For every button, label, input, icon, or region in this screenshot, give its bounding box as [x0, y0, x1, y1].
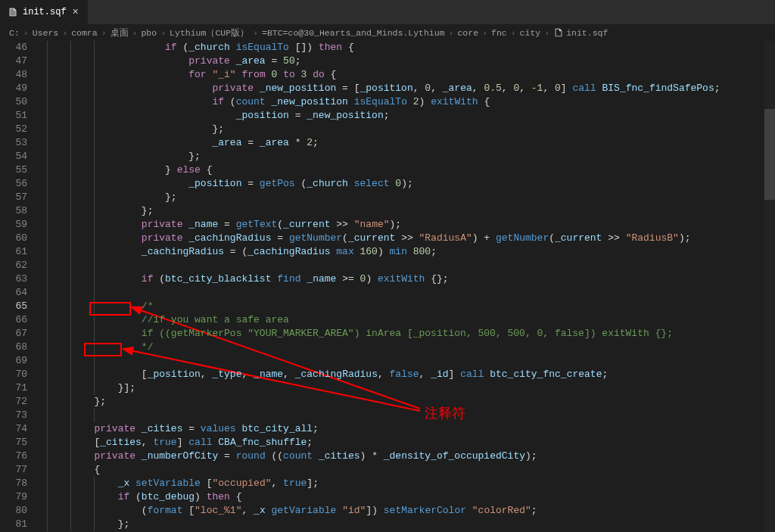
code-line[interactable]: 81 }; [0, 518, 753, 531]
line-content[interactable]: _position = getPos (_church select 0); [47, 177, 753, 191]
code-line[interactable]: 78 _x setVariable ["occupied", true]; [0, 477, 753, 490]
line-content[interactable] [47, 409, 753, 422]
line-content[interactable]: }; [47, 123, 753, 136]
line-content[interactable] [47, 354, 753, 368]
breadcrumb-segment[interactable]: Users [33, 28, 59, 38]
code-line[interactable]: 68 */ [0, 341, 753, 354]
line-content[interactable]: }; [47, 150, 753, 163]
code-line[interactable]: 69 [0, 354, 753, 368]
code-line[interactable]: 67 if ((getMarkerPos "YOUR_MARKER_AREA")… [0, 327, 753, 341]
code-line[interactable]: 65 /* [0, 300, 753, 313]
line-content[interactable]: private _area = 50; [47, 54, 753, 68]
line-content[interactable] [47, 286, 753, 300]
line-content[interactable]: private _numberOfCity = round ((count _c… [47, 450, 753, 463]
code-line[interactable]: 64 [0, 286, 753, 300]
code-line[interactable]: 72 }; [0, 395, 753, 409]
line-content[interactable]: _x setVariable ["occupied", true]; [47, 477, 753, 490]
code-line[interactable]: 50 if (count _new_position isEqualTo 2) … [0, 95, 753, 109]
line-content[interactable]: }]; [47, 381, 753, 395]
breadcrumb-segment[interactable]: city [520, 28, 541, 38]
line-content[interactable]: }; [47, 204, 753, 218]
breadcrumb-segment[interactable]: Lythium（CUP版） [170, 27, 249, 39]
line-content[interactable] [47, 259, 753, 272]
code-line[interactable]: 57 }; [0, 191, 753, 204]
line-content[interactable]: for "_i" from 0 to 3 do { [47, 68, 753, 82]
line-number: 59 [0, 218, 47, 232]
line-content[interactable]: _area = _area * 2; [47, 136, 753, 150]
code-line[interactable]: 80 (format ["loc_%1", _x getVariable "id… [0, 504, 753, 518]
line-content[interactable]: { [47, 463, 753, 477]
breadcrumb-segment[interactable]: 桌面 [110, 27, 129, 39]
line-content[interactable]: }; [47, 518, 753, 531]
scroll-thumb[interactable] [764, 109, 775, 200]
line-content[interactable]: private _cities = values btc_city_all; [47, 422, 753, 436]
code-line[interactable]: 79 if (btc_debug) then { [0, 490, 753, 504]
code-line[interactable]: 58 }; [0, 204, 753, 218]
breadcrumb[interactable]: C:›Users›comra›桌面›pbo›Lythium（CUP版）›=BTC… [0, 24, 775, 41]
breadcrumb-segment[interactable]: C: [9, 28, 20, 38]
line-content[interactable]: if (_church isEqualTo []) then { [47, 41, 753, 54]
code-line[interactable]: 49 private _new_position = [_position, 0… [0, 82, 753, 95]
line-content[interactable]: if (btc_debug) then { [47, 490, 753, 504]
tab-init-sqf[interactable]: init.sqf × [0, 0, 89, 24]
code-line[interactable]: 71 }]; [0, 381, 753, 395]
code-line[interactable]: 63 if (btc_city_blacklist find _name >= … [0, 272, 753, 286]
line-content[interactable]: //if you want a safe area [47, 313, 753, 327]
line-content[interactable]: } else { [47, 163, 753, 177]
code-line[interactable]: 75 [_cities, true] call CBA_fnc_shuffle; [0, 436, 753, 450]
chevron-right-icon: › [100, 28, 108, 38]
line-number: 64 [0, 286, 47, 300]
code-line[interactable]: 70 [_position, _type, _name, _cachingRad… [0, 368, 753, 381]
breadcrumb-file[interactable]: init.sqf [566, 28, 608, 38]
close-icon[interactable]: × [71, 6, 80, 18]
code-line[interactable]: 76 private _numberOfCity = round ((count… [0, 450, 753, 463]
line-number: 73 [0, 409, 47, 422]
code-line[interactable]: 53 _area = _area * 2; [0, 136, 753, 150]
code-line[interactable]: 61 _cachingRadius = (_cachingRadius max … [0, 245, 753, 259]
line-content[interactable]: if ((getMarkerPos "YOUR_MARKER_AREA") in… [47, 327, 753, 341]
code-line[interactable]: 48 for "_i" from 0 to 3 do { [0, 68, 753, 82]
line-content[interactable]: /* [47, 300, 753, 313]
line-number: 68 [0, 341, 47, 354]
code-line[interactable]: 59 private _name = getText(_current >> "… [0, 218, 753, 232]
line-content[interactable]: private _new_position = [_position, 0, _… [47, 82, 753, 95]
line-content[interactable]: [_cities, true] call CBA_fnc_shuffle; [47, 436, 753, 450]
minimap[interactable] [753, 41, 764, 532]
line-content[interactable]: _cachingRadius = (_cachingRadius max 160… [47, 245, 753, 259]
indent-guide [47, 259, 48, 272]
line-content[interactable]: */ [47, 341, 753, 354]
scrollbar[interactable] [764, 41, 775, 532]
breadcrumb-segment[interactable]: =BTC=co@30_Hearts_and_Minds.Lythium [262, 28, 445, 38]
breadcrumb-segment[interactable]: fnc [491, 28, 507, 38]
line-content[interactable]: _position = _new_position; [47, 109, 753, 123]
line-content[interactable]: [_position, _type, _name, _cachingRadius… [47, 368, 753, 381]
line-content[interactable]: }; [47, 191, 753, 204]
code-line[interactable]: 46 if (_church isEqualTo []) then { [0, 41, 753, 54]
code-line[interactable]: 66 //if you want a safe area [0, 313, 753, 327]
line-content[interactable]: private _cachingRadius = getNumber(_curr… [47, 232, 753, 245]
line-content[interactable]: if (count _new_position isEqualTo 2) exi… [47, 95, 753, 109]
breadcrumb-segment[interactable]: comra [71, 28, 98, 38]
code-line[interactable]: 56 _position = getPos (_church select 0)… [0, 177, 753, 191]
code-line[interactable]: 55 } else { [0, 163, 753, 177]
code-line[interactable]: 54 }; [0, 150, 753, 163]
breadcrumb-segment[interactable]: core [457, 28, 478, 38]
code-line[interactable]: 74 private _cities = values btc_city_all… [0, 422, 753, 436]
chevron-right-icon: › [131, 28, 139, 38]
editor[interactable]: 46 if (_church isEqualTo []) then {47 pr… [0, 41, 775, 532]
code-line[interactable]: 51 _position = _new_position; [0, 109, 753, 123]
line-number: 51 [0, 109, 47, 123]
breadcrumb-segment[interactable]: pbo [141, 28, 157, 38]
line-number: 78 [0, 477, 47, 490]
code-line[interactable]: 60 private _cachingRadius = getNumber(_c… [0, 232, 753, 245]
line-content[interactable]: private _name = getText(_current >> "nam… [47, 218, 753, 232]
line-content[interactable]: (format ["loc_%1", _x getVariable "id"])… [47, 504, 753, 518]
line-content[interactable]: }; [47, 395, 753, 409]
code-line[interactable]: 73 [0, 409, 753, 422]
code-line[interactable]: 77 { [0, 463, 753, 477]
code-line[interactable]: 47 private _area = 50; [0, 54, 753, 68]
line-content[interactable]: if (btc_city_blacklist find _name >= 0) … [47, 272, 753, 286]
code-line[interactable]: 62 [0, 259, 753, 272]
line-number: 52 [0, 123, 47, 136]
code-line[interactable]: 52 }; [0, 123, 753, 136]
